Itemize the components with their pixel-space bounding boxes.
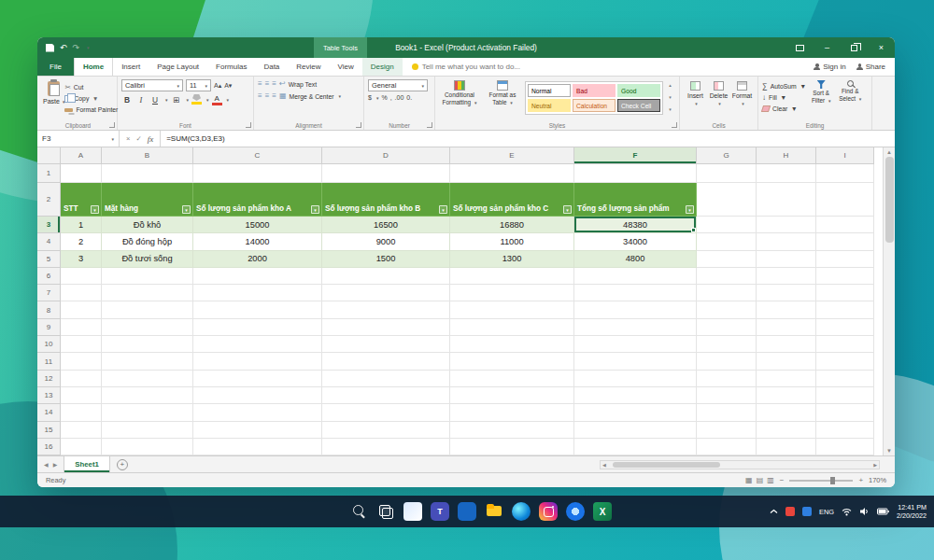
cell-D4[interactable]: 9000 xyxy=(322,233,450,250)
insert-cells-button[interactable]: Insert xyxy=(684,79,707,106)
row-header-2[interactable]: 2 xyxy=(37,183,61,217)
cell-C8[interactable] xyxy=(193,301,322,318)
cell-H8[interactable] xyxy=(757,301,816,318)
cell-F1[interactable] xyxy=(574,164,697,183)
cell-G9[interactable] xyxy=(697,319,757,336)
wrap-text-label[interactable]: Wrap Text xyxy=(289,81,317,88)
zoom-slider-thumb[interactable] xyxy=(830,477,835,484)
cell-G13[interactable] xyxy=(697,387,757,404)
align-middle-icon[interactable] xyxy=(265,79,270,89)
cell-F12[interactable] xyxy=(574,371,697,387)
cell-F7[interactable] xyxy=(574,285,697,301)
cell-A6[interactable] xyxy=(61,268,102,285)
fill-button[interactable]: Fill xyxy=(762,92,805,103)
cell-style-neutral[interactable]: Neutral xyxy=(528,99,571,112)
cell-D3[interactable]: 16500 xyxy=(322,217,450,233)
minimize-button[interactable] xyxy=(814,37,841,58)
align-top-icon[interactable] xyxy=(258,79,262,89)
row-header-11[interactable]: 11 xyxy=(37,353,61,370)
cell-B13[interactable] xyxy=(102,387,193,404)
format-as-table-button[interactable]: Format as Table xyxy=(482,79,523,115)
cell-D14[interactable] xyxy=(322,404,450,421)
cell-D10[interactable] xyxy=(322,336,450,353)
cell-H9[interactable] xyxy=(757,319,816,336)
cell-B16[interactable] xyxy=(102,439,193,455)
column-header-C[interactable]: C xyxy=(193,147,322,164)
cell-H10[interactable] xyxy=(757,336,816,353)
increase-decimal-icon[interactable] xyxy=(395,94,404,101)
sheet-nav-left-icon[interactable] xyxy=(44,461,49,468)
zoom-out-icon[interactable] xyxy=(780,476,785,484)
filter-dropdown-icon[interactable] xyxy=(311,205,319,214)
tab-formulas[interactable]: Formulas xyxy=(207,58,255,76)
cell-A7[interactable] xyxy=(61,285,102,301)
filter-dropdown-icon[interactable] xyxy=(563,205,572,214)
cell-B8[interactable] xyxy=(102,301,193,318)
language-indicator[interactable]: ENG xyxy=(819,508,834,516)
delete-cells-button[interactable]: Delete xyxy=(707,79,730,106)
cell-C9[interactable] xyxy=(193,319,322,336)
cell-E14[interactable] xyxy=(450,404,574,421)
teams-icon[interactable] xyxy=(431,502,449,521)
cell-A1[interactable] xyxy=(61,164,102,183)
cell-F16[interactable] xyxy=(574,439,697,455)
cell-style-check-cell[interactable]: Check Cell xyxy=(617,99,660,112)
cell-E11[interactable] xyxy=(450,353,574,370)
cell-A2[interactable]: STT xyxy=(61,183,102,217)
comma-icon[interactable] xyxy=(390,94,392,101)
tab-view[interactable]: View xyxy=(330,58,362,76)
alignment-dialog-launcher[interactable] xyxy=(356,122,361,128)
cell-A12[interactable] xyxy=(61,371,102,387)
cell-G14[interactable] xyxy=(697,404,757,421)
volume-icon[interactable] xyxy=(859,507,870,516)
tell-me-box[interactable]: Tell me what you want to do... xyxy=(403,58,530,76)
row-header-7[interactable]: 7 xyxy=(37,285,61,301)
number-dialog-launcher[interactable] xyxy=(427,122,432,128)
cell-C2[interactable]: Số lượng sản phẩm kho A xyxy=(193,183,322,217)
styles-dialog-launcher[interactable] xyxy=(672,122,677,128)
align-left-icon[interactable] xyxy=(258,91,262,101)
tab-page-layout[interactable]: Page Layout xyxy=(149,58,207,76)
tab-home[interactable]: Home xyxy=(74,58,113,76)
sign-in-button[interactable]: Sign in xyxy=(814,63,845,71)
filter-dropdown-icon[interactable] xyxy=(439,205,447,214)
cell-C4[interactable]: 14000 xyxy=(193,233,322,250)
align-center-icon[interactable] xyxy=(265,91,270,101)
cell-D15[interactable] xyxy=(322,422,450,439)
cell-G2[interactable] xyxy=(697,183,757,217)
cell-H7[interactable] xyxy=(757,285,816,301)
excel-icon[interactable] xyxy=(593,502,612,521)
row-header-5[interactable]: 5 xyxy=(37,251,61,268)
bold-icon[interactable] xyxy=(121,94,133,105)
ribbon-display-options-button[interactable] xyxy=(786,37,814,58)
customize-qat-icon[interactable] xyxy=(87,44,90,52)
cell-I4[interactable] xyxy=(816,233,874,250)
cell-I16[interactable] xyxy=(816,439,874,455)
cell-A4[interactable]: 2 xyxy=(61,233,102,250)
cell-H11[interactable] xyxy=(757,353,816,370)
cell-A3[interactable]: 1 xyxy=(61,217,102,233)
cell-I6[interactable] xyxy=(816,268,874,285)
cell-E4[interactable]: 11000 xyxy=(450,233,574,250)
scroll-right-icon[interactable] xyxy=(871,462,879,468)
cell-E16[interactable] xyxy=(450,439,574,455)
insert-function-icon[interactable]: fx xyxy=(148,134,154,144)
cell-C16[interactable] xyxy=(193,439,322,455)
cell-B15[interactable] xyxy=(102,422,193,439)
cell-I11[interactable] xyxy=(816,353,874,370)
shrink-font-icon[interactable] xyxy=(224,82,232,90)
redo-icon[interactable] xyxy=(73,44,80,52)
row-header-14[interactable]: 14 xyxy=(37,404,61,421)
cell-G10[interactable] xyxy=(697,336,757,353)
merge-center-label[interactable]: Merge & Center xyxy=(290,93,334,100)
restore-button[interactable] xyxy=(841,37,868,58)
styles-scroll-down-icon[interactable] xyxy=(669,94,672,100)
cell-B11[interactable] xyxy=(102,353,193,370)
column-header-D[interactable]: D xyxy=(322,147,450,164)
decrease-decimal-icon[interactable] xyxy=(406,94,412,101)
cell-G11[interactable] xyxy=(697,353,757,370)
zoom-level[interactable]: 170% xyxy=(869,476,886,484)
cell-H2[interactable] xyxy=(757,183,816,217)
scroll-up-icon[interactable] xyxy=(886,149,892,155)
cell-D6[interactable] xyxy=(322,268,450,285)
